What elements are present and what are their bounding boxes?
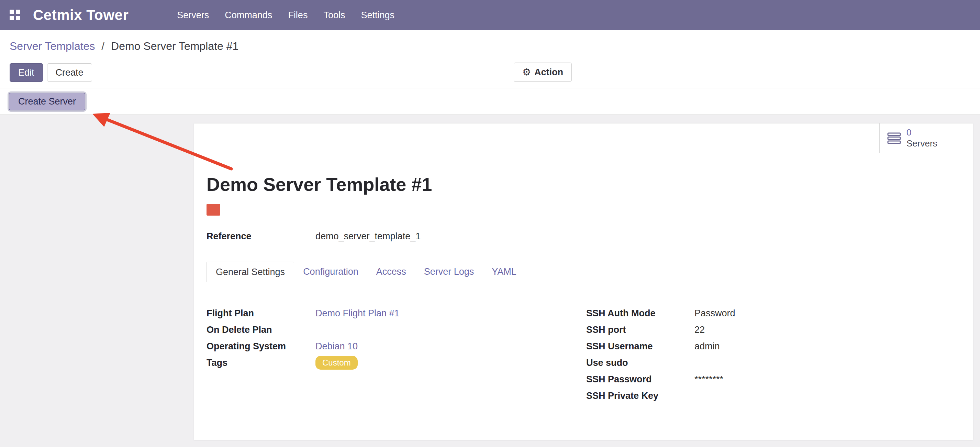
breadcrumb-separator: / <box>101 40 105 52</box>
reference-row: Reference demo_server_template_1 <box>207 227 421 246</box>
tab-server-logs[interactable]: Server Logs <box>415 262 483 282</box>
field-label-ssh-port: SSH port <box>586 321 688 338</box>
field-value-on-delete-plan <box>309 321 571 338</box>
field-value-use-sudo <box>688 354 961 371</box>
top-navbar: Cetmix Tower Servers Commands Files Tool… <box>0 0 980 30</box>
tab-access[interactable]: Access <box>368 262 415 282</box>
tab-configuration[interactable]: Configuration <box>294 262 368 282</box>
notebook-tabs: General Settings Configuration Access Se… <box>207 262 973 282</box>
field-value-ssh-auth-mode: Password <box>688 305 961 321</box>
field-label-ssh-private-key: SSH Private Key <box>586 388 688 404</box>
field-value-flight-plan[interactable]: Demo Flight Plan #1 <box>309 305 571 321</box>
menu-item-settings[interactable]: Settings <box>353 2 402 29</box>
create-server-button[interactable]: Create Server <box>9 93 85 110</box>
reference-label: Reference <box>207 227 309 246</box>
action-menu-label: Action <box>535 67 563 78</box>
field-value-operating-system[interactable]: Debian 10 <box>309 338 571 354</box>
menu-item-files[interactable]: Files <box>280 2 315 29</box>
tab-general-settings[interactable]: General Settings <box>207 262 294 282</box>
action-menu-button[interactable]: ⚙ Action <box>514 62 572 82</box>
form-statusbar: Create Server <box>0 89 980 115</box>
servers-icon <box>887 132 901 144</box>
field-value-ssh-username: admin <box>688 338 961 354</box>
servers-stat-button[interactable]: 0 Servers <box>879 123 973 153</box>
form-sheet: 0 Servers Demo Server Template #1 Refere… <box>194 123 973 440</box>
gear-icon: ⚙ <box>522 66 531 78</box>
breadcrumb-current: Demo Server Template #1 <box>111 40 239 52</box>
field-group-right: SSH Auth Mode Password SSH port 22 SSH U… <box>586 305 961 404</box>
servers-count: 0 <box>907 127 937 138</box>
tag-custom[interactable]: Custom <box>315 356 358 369</box>
breadcrumb-parent-link[interactable]: Server Templates <box>10 40 95 52</box>
field-label-ssh-auth-mode: SSH Auth Mode <box>586 305 688 321</box>
field-label-operating-system: Operating System <box>207 338 309 354</box>
field-value-ssh-port: 22 <box>688 321 961 338</box>
field-label-use-sudo: Use sudo <box>586 354 688 371</box>
field-value-tags: Custom <box>309 354 571 371</box>
color-swatch[interactable] <box>207 204 220 216</box>
field-label-ssh-password: SSH Password <box>586 371 688 388</box>
menu-item-commands[interactable]: Commands <box>217 2 280 29</box>
menu-item-servers[interactable]: Servers <box>169 2 217 29</box>
field-value-ssh-password: ******** <box>688 371 961 388</box>
menu-item-tools[interactable]: Tools <box>315 2 353 29</box>
control-panel-buttons: Edit Create <box>10 63 92 82</box>
field-label-on-delete-plan: On Delete Plan <box>207 321 309 338</box>
field-label-tags: Tags <box>207 354 309 371</box>
field-label-ssh-username: SSH Username <box>586 338 688 354</box>
field-value-ssh-private-key <box>688 388 961 404</box>
control-panel: Server Templates / Demo Server Template … <box>0 30 980 88</box>
brand-title[interactable]: Cetmix Tower <box>33 7 129 23</box>
field-label-flight-plan: Flight Plan <box>207 305 309 321</box>
reference-value: demo_server_template_1 <box>309 227 421 246</box>
field-group-left: Flight Plan Demo Flight Plan #1 On Delet… <box>207 305 571 371</box>
servers-label: Servers <box>907 138 937 149</box>
breadcrumb: Server Templates / Demo Server Template … <box>10 40 239 53</box>
page-title: Demo Server Template #1 <box>207 174 432 195</box>
tab-yaml[interactable]: YAML <box>483 262 525 282</box>
servers-stat-text: 0 Servers <box>907 127 937 148</box>
apps-grid-icon[interactable] <box>10 10 21 21</box>
main-menu: Servers Commands Files Tools Settings <box>169 2 402 29</box>
edit-button[interactable]: Edit <box>10 63 43 82</box>
button-box: 0 Servers <box>194 123 973 153</box>
create-button[interactable]: Create <box>47 63 92 82</box>
